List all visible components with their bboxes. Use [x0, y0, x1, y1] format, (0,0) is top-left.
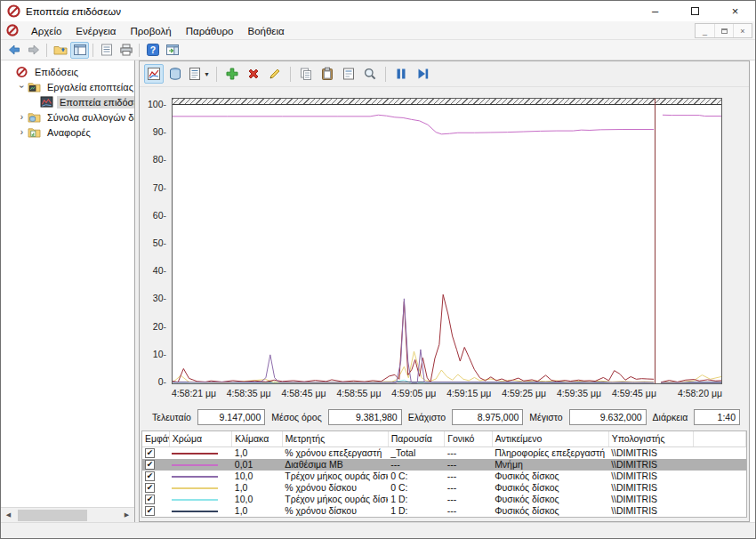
counter-row[interactable]: ✔1,0% χρόνου δίσκου1 D:---Φυσικός δίσκος… — [142, 505, 746, 517]
computer-cell: \\DIMITRIS — [608, 494, 694, 505]
menu-Βοήθεια[interactable]: Βοήθεια — [240, 24, 291, 38]
counter-cell: % χρόνου δίσκου — [282, 505, 388, 517]
stat-value: 8.975,000 — [452, 409, 523, 425]
computer-cell: \\DIMITRIS — [608, 482, 694, 494]
stat-value: 9.632,000 — [569, 409, 647, 425]
folder-tools-icon — [28, 81, 41, 93]
counter-row[interactable]: ✔10,0Τρέχον μήκος ουράς δίσκ...0 C:---Φυ… — [142, 471, 746, 482]
menu-Παράθυρο[interactable]: Παράθυρο — [179, 24, 241, 38]
tree-item-Σύνολα συλλογών δεδομέ[interactable]: ›Σύνολα συλλογών δεδομέ — [1, 109, 134, 125]
up-one-level-button[interactable] — [51, 42, 69, 59]
legend-header-Εμφάνι...[interactable]: Εμφάνι... — [142, 431, 169, 447]
help-button[interactable]: ? — [143, 42, 162, 59]
show-counter-checkbox[interactable]: ✔ — [145, 460, 155, 470]
parent-cell: --- — [445, 447, 492, 459]
tree-expander-icon[interactable]: › — [17, 82, 27, 92]
color-swatch — [172, 453, 218, 455]
child-minimize-button[interactable]: _ — [696, 24, 714, 37]
close-button[interactable]: × — [715, 1, 755, 21]
counter-row[interactable]: ✔1,0% χρόνου επεξεργαστή_Total---Πληροφο… — [142, 447, 746, 459]
counter-row[interactable]: ✔1,0% χρόνου δίσκου0 C:---Φυσικός δίσκος… — [142, 482, 746, 494]
toolbar-separator — [139, 44, 140, 57]
toolbar-separator — [92, 44, 93, 57]
chart-plot-area[interactable] — [172, 98, 722, 384]
show-counter-checkbox[interactable]: ✔ — [145, 483, 155, 493]
add-counter-button[interactable] — [222, 64, 242, 84]
time-bar-hatch — [173, 99, 721, 105]
x-axis-tick: 4:58:35 μμ — [227, 388, 271, 398]
back-button[interactable] — [4, 42, 23, 59]
toolbar-separator — [216, 67, 217, 82]
x-axis-tick: 4:58:21 μμ — [172, 388, 216, 398]
menu-Προβολή[interactable]: Προβολή — [124, 24, 179, 38]
minimize-button[interactable]: – — [635, 1, 675, 21]
show-action-pane-button[interactable] — [163, 42, 181, 59]
legend-header-blank[interactable] — [694, 431, 746, 447]
menu-Ενέργεια[interactable]: Ενέργεια — [68, 24, 123, 38]
chart-type-button[interactable] — [144, 64, 164, 84]
legend-header-Υπολογιστής[interactable]: Υπολογιστής — [608, 431, 694, 447]
legend-header-Αντικείμενο[interactable]: Αντικείμενο — [492, 431, 608, 447]
freeze-display-button[interactable] — [391, 64, 411, 84]
toolbar-separator — [46, 44, 47, 57]
show-counter-checkbox[interactable]: ✔ — [145, 448, 155, 458]
tree-item-Εργαλεία εποπτείας[interactable]: ›Εργαλεία εποπτείας — [1, 79, 134, 94]
object-cell: Μνήμη — [492, 459, 608, 471]
parent-cell: --- — [445, 471, 492, 482]
blank-cell — [694, 471, 746, 482]
view-log-data-button[interactable] — [165, 64, 185, 84]
scrollbar-track[interactable] — [16, 508, 119, 522]
maximize-button[interactable] — [675, 1, 715, 21]
color-swatch — [172, 464, 218, 466]
tree-item-Αναφορές[interactable]: ›Αναφορές — [1, 125, 134, 140]
forward-button[interactable] — [24, 42, 43, 59]
perfmon-app-icon — [7, 4, 20, 18]
parent-cell: --- — [445, 494, 492, 505]
child-close-button[interactable]: × — [733, 24, 752, 37]
delete-counter-button[interactable] — [244, 64, 263, 84]
legend-header-Μετρητής[interactable]: Μετρητής — [282, 431, 388, 447]
counter-row[interactable]: ✔10,0Τρέχον μήκος ουράς δίσκ...1 D:---Φυ… — [142, 494, 746, 505]
y-axis-tick: 70- — [140, 182, 166, 193]
stat-label: Μέγιστο — [529, 412, 562, 422]
sidebar-horizontal-scrollbar[interactable]: ◀ ▶ — [1, 507, 134, 522]
legend-header-Παρουσία[interactable]: Παρουσία — [388, 431, 445, 447]
counter-cell: % χρόνου επεξεργαστή — [282, 447, 388, 459]
copy-properties-button[interactable] — [296, 64, 316, 84]
y-axis-tick: 100- — [140, 99, 166, 109]
change-graph-type-button[interactable]: ▼ — [187, 64, 211, 84]
paste-counter-list-button[interactable] — [318, 64, 337, 84]
app-window: Εποπτεία επιδόσεων – × ΑρχείοΕνέργειαΠρο… — [0, 0, 756, 539]
instance-cell: 1 D: — [388, 505, 445, 517]
x-axis-tick: 4:58:55 μμ — [336, 388, 381, 398]
highlight-button[interactable] — [265, 64, 285, 84]
show-console-tree-button[interactable] — [70, 42, 89, 59]
show-counter-checkbox[interactable]: ✔ — [145, 495, 155, 504]
show-counter-checkbox[interactable]: ✔ — [145, 471, 155, 481]
tree-expander-icon[interactable]: › — [17, 127, 27, 137]
zoom-button[interactable] — [360, 64, 380, 84]
toolbar-separator — [290, 67, 291, 82]
properties-button[interactable] — [339, 64, 358, 84]
counter-row[interactable]: ✔0,01Διαθέσιμα MB------Μνήμη\\DIMITRIS — [142, 459, 746, 471]
series-disk-time-c — [661, 375, 721, 382]
scroll-left-arrow[interactable]: ◀ — [1, 508, 16, 522]
export-list-button[interactable] — [97, 42, 116, 59]
series-disk-queue-c — [173, 299, 654, 382]
legend-header-Χρώμα[interactable]: Χρώμα — [169, 431, 232, 447]
legend-header-Γονικό[interactable]: Γονικό — [445, 431, 492, 447]
tree-item-Εποπτεία επιδόσεων[interactable]: Εποπτεία επιδόσεων — [1, 94, 134, 109]
update-data-button[interactable] — [413, 64, 432, 84]
show-counter-checkbox[interactable]: ✔ — [145, 506, 155, 516]
menu-Αρχείο[interactable]: Αρχείο — [24, 24, 68, 38]
print-button[interactable] — [117, 42, 135, 59]
legend-header-Κλίμακα[interactable]: Κλίμακα — [232, 431, 282, 447]
counter-cell: Τρέχον μήκος ουράς δίσκ... — [282, 494, 388, 505]
tree-expander-icon[interactable]: › — [17, 112, 27, 122]
instance-cell: --- — [388, 459, 445, 471]
tree-item-label: Σύνολα συλλογών δεδομέ — [44, 111, 134, 124]
child-restore-button[interactable] — [714, 24, 733, 37]
scroll-right-arrow[interactable]: ▶ — [119, 508, 134, 522]
tree-item-Επιδόσεις[interactable]: Επιδόσεις — [1, 64, 134, 79]
scrollbar-thumb[interactable] — [18, 510, 87, 521]
